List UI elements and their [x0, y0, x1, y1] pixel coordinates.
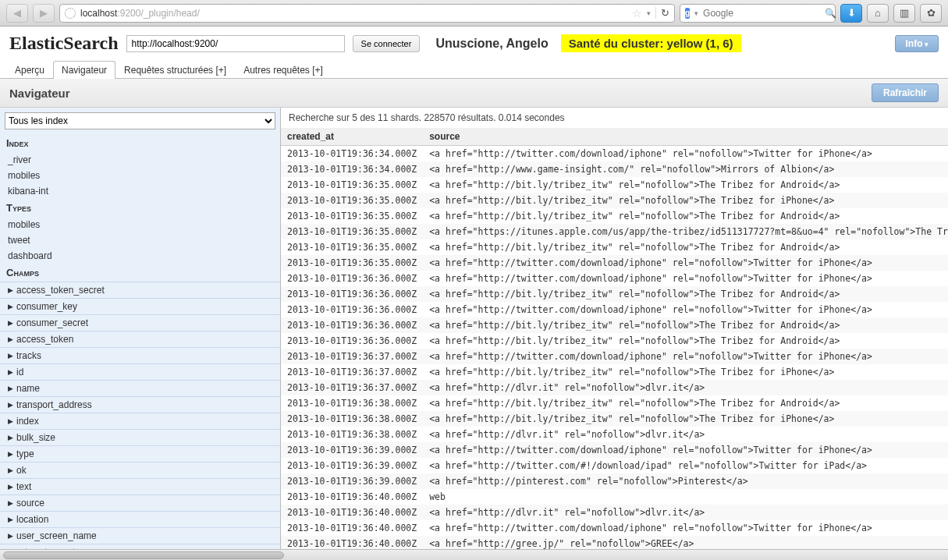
connect-url-input[interactable]: [126, 35, 345, 52]
dropdown-icon[interactable]: ▾: [647, 9, 651, 17]
table-row[interactable]: 2013-10-01T19:36:35.000Z<a href="https:/…: [281, 224, 948, 239]
cell-source: <a href="http://bit.ly/tribez_itw" rel="…: [423, 364, 948, 380]
dropdown-icon[interactable]: ▾: [694, 9, 698, 17]
cell-created-at: 2013-10-01T19:36:35.000Z: [281, 193, 423, 208]
bookmarks-button[interactable]: ▥: [893, 4, 915, 23]
addon-button[interactable]: ✿: [920, 4, 942, 23]
table-row[interactable]: 2013-10-01T19:36:37.000Z<a href="http://…: [281, 349, 948, 364]
champs-item[interactable]: ▶bulk_size: [0, 429, 280, 445]
cell-source: <a href="http://twitter.com/download/iph…: [423, 349, 948, 364]
champs-item[interactable]: ▶access_token_secret: [0, 282, 280, 298]
table-row[interactable]: 2013-10-01T19:36:38.000Z<a href="http://…: [281, 411, 948, 427]
table-row[interactable]: 2013-10-01T19:36:36.000Z<a href="http://…: [281, 286, 948, 302]
back-button[interactable]: ◀: [6, 4, 28, 23]
bookmark-icon[interactable]: ☆: [632, 7, 642, 19]
table-row[interactable]: 2013-10-01T19:36:40.000Zweb: [281, 489, 948, 505]
champs-item[interactable]: ▶text: [0, 478, 280, 494]
table-row[interactable]: 2013-10-01T19:36:40.000Z<a href="http://…: [281, 505, 948, 520]
download-button[interactable]: ⬇: [840, 4, 862, 23]
cell-created-at: 2013-10-01T19:36:38.000Z: [281, 427, 423, 442]
indices-item[interactable]: kibana-int: [0, 183, 280, 199]
table-row[interactable]: 2013-10-01T19:36:36.000Z<a href="http://…: [281, 333, 948, 349]
results-table: created_atsource 2013-10-01T19:36:34.000…: [281, 128, 948, 551]
table-row[interactable]: 2013-10-01T19:36:35.000Z<a href="http://…: [281, 239, 948, 255]
table-row[interactable]: 2013-10-01T19:36:34.000Z<a href="http://…: [281, 146, 948, 162]
list-item-label: kibana-int: [8, 186, 48, 197]
cell-created-at: 2013-10-01T19:36:34.000Z: [281, 146, 423, 162]
table-row[interactable]: 2013-10-01T19:36:38.000Z<a href="http://…: [281, 427, 948, 442]
cell-created-at: 2013-10-01T19:36:38.000Z: [281, 395, 423, 411]
info-button[interactable]: Info: [895, 35, 939, 52]
chevron-right-icon: ▶: [8, 401, 13, 409]
indices-item[interactable]: mobiles: [0, 168, 280, 183]
tab-requ-tes-structur-es-[interactable]: Requêtes structurées [+]: [115, 61, 235, 79]
types-item[interactable]: dashboard: [0, 248, 280, 264]
sidebar: Tous les index Index _rivermobileskibana…: [0, 108, 281, 560]
champs-item[interactable]: ▶tracks: [0, 347, 280, 363]
table-row[interactable]: 2013-10-01T19:36:35.000Z<a href="http://…: [281, 193, 948, 208]
cell-created-at: 2013-10-01T19:36:36.000Z: [281, 286, 423, 302]
search-input[interactable]: [703, 8, 820, 19]
table-row[interactable]: 2013-10-01T19:36:35.000Z<a href="http://…: [281, 177, 948, 193]
champs-item[interactable]: ▶transport_address: [0, 396, 280, 413]
list-item-label: consumer_secret: [16, 317, 88, 328]
column-header-created_at[interactable]: created_at: [281, 128, 423, 146]
table-row[interactable]: 2013-10-01T19:36:34.000Z<a href="http://…: [281, 161, 948, 177]
cell-created-at: 2013-10-01T19:36:37.000Z: [281, 349, 423, 364]
champs-item[interactable]: ▶consumer_key: [0, 298, 280, 314]
scrollbar-thumb[interactable]: [3, 551, 284, 559]
index-select[interactable]: Tous les index: [5, 112, 275, 129]
champs-item[interactable]: ▶source: [0, 494, 280, 511]
page-title: Navigateur: [9, 87, 70, 100]
table-row[interactable]: 2013-10-01T19:36:40.000Z<a href="http://…: [281, 520, 948, 536]
horizontal-scrollbar[interactable]: [0, 549, 948, 560]
connect-button[interactable]: Se connecter: [353, 35, 421, 52]
champs-item[interactable]: ▶location: [0, 511, 280, 527]
types-item[interactable]: tweet: [0, 232, 280, 248]
table-row[interactable]: 2013-10-01T19:36:36.000Z<a href="http://…: [281, 317, 948, 333]
chevron-right-icon: ▶: [8, 286, 13, 294]
types-item[interactable]: mobiles: [0, 217, 280, 232]
tab-navigateur[interactable]: Navigateur: [53, 61, 115, 79]
refresh-button[interactable]: Rafraîchir: [872, 83, 939, 102]
champs-item[interactable]: ▶user_screen_name: [0, 527, 280, 544]
forward-button[interactable]: ▶: [33, 4, 55, 23]
reload-icon[interactable]: ↻: [655, 7, 669, 19]
home-button[interactable]: ⌂: [867, 4, 889, 23]
champs-item[interactable]: ▶access_token: [0, 331, 280, 347]
table-row[interactable]: 2013-10-01T19:36:37.000Z<a href="http://…: [281, 380, 948, 395]
table-row[interactable]: 2013-10-01T19:36:39.000Z<a href="http://…: [281, 458, 948, 473]
table-row[interactable]: 2013-10-01T19:36:36.000Z<a href="http://…: [281, 271, 948, 286]
champs-item[interactable]: ▶type: [0, 445, 280, 462]
search-bar[interactable]: g ▾ 🔍: [680, 4, 836, 23]
cluster-name: Unuscione, Angelo: [435, 37, 548, 51]
list-item-label: mobiles: [8, 170, 40, 181]
chevron-right-icon: ▶: [8, 352, 13, 360]
table-row[interactable]: 2013-10-01T19:36:38.000Z<a href="http://…: [281, 395, 948, 411]
column-header-source[interactable]: source: [423, 128, 948, 146]
table-row[interactable]: 2013-10-01T19:36:39.000Z<a href="http://…: [281, 473, 948, 489]
cell-source: <a href="http://twitter.com/download/iph…: [423, 271, 948, 286]
chevron-right-icon: ▶: [8, 319, 13, 327]
cell-created-at: 2013-10-01T19:36:40.000Z: [281, 520, 423, 536]
table-row[interactable]: 2013-10-01T19:36:35.000Z<a href="http://…: [281, 255, 948, 271]
champs-item[interactable]: ▶id: [0, 363, 280, 380]
table-row[interactable]: 2013-10-01T19:36:36.000Z<a href="http://…: [281, 302, 948, 317]
tab-autres-requ-tes-[interactable]: Autres requêtes [+]: [235, 61, 332, 79]
champs-item[interactable]: ▶ok: [0, 462, 280, 478]
indices-item[interactable]: _river: [0, 152, 280, 168]
tab-aper-u[interactable]: Aperçu: [6, 61, 53, 79]
google-icon: g: [685, 8, 690, 19]
table-row[interactable]: 2013-10-01T19:36:35.000Z<a href="http://…: [281, 208, 948, 224]
search-icon[interactable]: 🔍: [825, 8, 836, 19]
champs-item[interactable]: ▶index: [0, 413, 280, 429]
champs-item[interactable]: ▶consumer_secret: [0, 314, 280, 331]
url-bar[interactable]: localhost:9200/_plugin/head/ ☆ ▾ ↻: [59, 4, 675, 23]
url-text: localhost:9200/_plugin/head/: [80, 8, 627, 19]
cell-created-at: 2013-10-01T19:36:39.000Z: [281, 442, 423, 458]
cell-source: <a href="http://bit.ly/tribez_itw" rel="…: [423, 286, 948, 302]
table-row[interactable]: 2013-10-01T19:36:37.000Z<a href="http://…: [281, 364, 948, 380]
table-row[interactable]: 2013-10-01T19:36:39.000Z<a href="http://…: [281, 442, 948, 458]
champs-item[interactable]: ▶name: [0, 380, 280, 396]
cell-source: <a href="http://twitter.com/download/iph…: [423, 520, 948, 536]
